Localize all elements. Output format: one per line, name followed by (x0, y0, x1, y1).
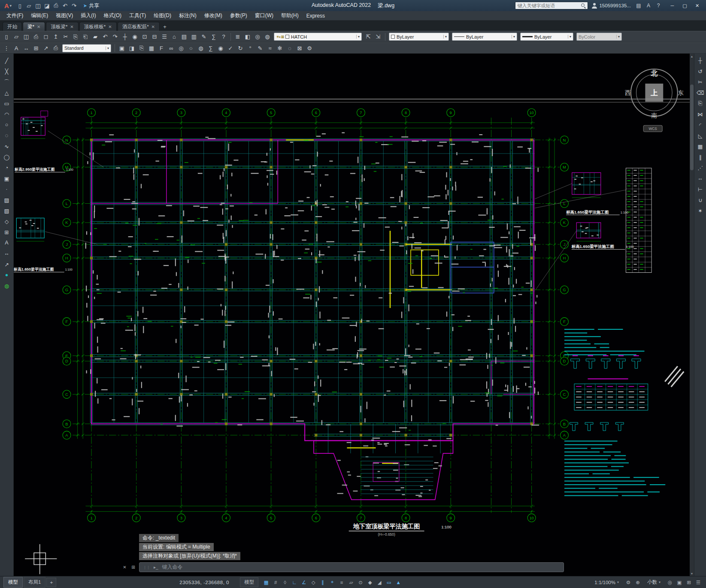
drag-handle[interactable]: ⋮⋮ (143, 565, 150, 570)
snap-icon[interactable]: # (271, 578, 280, 587)
join-icon[interactable]: ∪ (695, 195, 706, 205)
calculator-icon[interactable]: ∑ (209, 32, 218, 42)
line-icon[interactable]: ╱ (2, 56, 12, 65)
xref-icon[interactable]: ⎘ (137, 43, 146, 53)
menu-item-11[interactable]: 帮助(H) (277, 11, 303, 20)
polar-tracking-icon[interactable]: ∠ (300, 578, 308, 587)
menu-item-5[interactable]: 工具(T) (125, 11, 150, 20)
zoom-realtime-icon[interactable]: ◉ (130, 32, 139, 42)
menu-item-1[interactable]: 编辑(E) (27, 11, 52, 20)
menu-item-10[interactable]: 窗口(W) (251, 11, 277, 20)
linetype-combo[interactable]: ByLayer ▾ (452, 33, 517, 41)
cut-icon[interactable]: ✂ (61, 32, 70, 42)
workspace-gear-icon[interactable]: ⚙ (624, 578, 633, 587)
dock-grip-icon[interactable]: ⋮ (2, 43, 11, 53)
hyperlink-icon[interactable]: ∞ (167, 43, 176, 53)
fillet-icon[interactable]: ◜ (695, 120, 706, 130)
group-icon[interactable]: ◎ (176, 43, 186, 53)
undo-icon[interactable]: ↶ (100, 32, 110, 42)
menu-item-0[interactable]: 文件(F) (3, 11, 27, 20)
share-button[interactable]: ➤ 共享 (81, 2, 102, 9)
menu-item-7[interactable]: 标注(N) (175, 11, 200, 20)
selection-cycling-icon[interactable]: ⊙ (356, 578, 365, 587)
command-input-bar[interactable]: ⋮⋮ ▸_ 键入命令 (139, 562, 564, 572)
account-button[interactable]: 1505999135... (591, 3, 631, 9)
qat-open-icon[interactable]: ▱ (25, 2, 33, 10)
transparency-icon[interactable]: ▱ (347, 578, 355, 587)
app-logo-menu[interactable]: A ▾ (3, 2, 13, 9)
layer-freeze-icon[interactable]: ✻ (275, 43, 285, 53)
object-snap-tracking-icon[interactable]: ∥ (318, 578, 327, 587)
point-icon[interactable]: ∙ (2, 184, 12, 194)
new-icon[interactable]: ▯ (2, 32, 11, 42)
designcenter-icon[interactable]: ⌂ (170, 32, 179, 42)
units-icon[interactable]: ° (245, 43, 255, 53)
close-tab-icon[interactable]: ✕ (37, 24, 40, 29)
circle-icon[interactable]: ○ (2, 120, 12, 130)
field-icon[interactable]: F (157, 43, 166, 53)
file-tab-1[interactable]: 梁*✕ (23, 22, 45, 31)
customization-icon[interactable]: ☰ (694, 578, 703, 587)
qat-save-icon[interactable]: ◫ (34, 2, 42, 10)
scrollbar-thumb[interactable] (690, 84, 694, 170)
explode-icon[interactable]: ✶ (695, 206, 706, 215)
drawing-canvas[interactable]: 1122334455667788991010NNMMLLKKJJHHGGFFEE… (14, 54, 690, 576)
lineweight-icon[interactable]: ≡ (337, 578, 346, 587)
new-layout-button[interactable]: + (46, 578, 56, 587)
help-icon[interactable]: ? (654, 1, 663, 10)
ungroup-icon[interactable]: ○ (186, 43, 196, 53)
leader-icon[interactable]: ↗ (2, 259, 12, 269)
model-space-button[interactable]: 模型 (240, 577, 258, 587)
copy-icon[interactable]: ⎘ (695, 99, 706, 108)
donut-icon[interactable]: ● (2, 270, 12, 280)
close-tab-icon[interactable]: ✕ (70, 24, 73, 29)
move-icon[interactable]: ┼ (695, 56, 706, 65)
close-icon[interactable]: ✕ (121, 562, 128, 572)
publish-icon[interactable]: ↥ (51, 32, 61, 42)
ellipse-arc-icon[interactable]: ◔ (2, 163, 12, 172)
make-current-layer-icon[interactable]: ⇱ (364, 32, 373, 42)
search-input[interactable] (517, 3, 581, 8)
settings-icon[interactable]: ⚙ (305, 43, 314, 53)
hatch-icon[interactable]: ▨ (2, 195, 12, 205)
qat-redo-icon[interactable]: ↷ (70, 2, 78, 10)
construction-line-icon[interactable]: ╳ (2, 66, 12, 76)
scroll-down-icon[interactable]: ▼ (691, 571, 694, 576)
scale-icon[interactable]: ⋰ (695, 163, 706, 172)
menu-item-9[interactable]: 参数(P) (226, 11, 251, 20)
break-icon[interactable]: ⊢ (695, 184, 706, 194)
close-tab-icon[interactable]: ✕ (152, 24, 155, 29)
lineweight-combo[interactable]: ByLayer ▾ (520, 33, 573, 41)
paste-icon[interactable]: ⎗ (81, 32, 90, 42)
minimize-button[interactable]: ─ (666, 1, 679, 10)
maximize-button[interactable]: ▢ (679, 1, 691, 10)
qat-new-icon[interactable]: ▯ (16, 2, 24, 10)
stretch-icon[interactable]: ↔ (695, 174, 706, 183)
plot-style-combo[interactable]: ByColor ▾ (576, 33, 622, 41)
3d-osnap-icon[interactable]: ◆ (366, 578, 374, 587)
array-icon[interactable]: ▦ (695, 142, 706, 151)
insert-block-icon[interactable]: ▣ (117, 43, 127, 53)
ortho-icon[interactable]: ∟ (290, 578, 299, 587)
trim-icon[interactable]: ✂ (695, 77, 706, 87)
graphics-performance-icon[interactable]: ▣ (675, 578, 684, 587)
quickcalc-icon[interactable]: ∑ (206, 43, 215, 53)
revision-cloud-icon[interactable]: ◌ (2, 131, 12, 140)
find-icon[interactable]: ◉ (216, 43, 225, 53)
text-style-icon[interactable]: A (12, 43, 21, 53)
object-isolate-icon[interactable]: ◎ (666, 578, 674, 587)
spell-check-icon[interactable]: ✓ (226, 43, 235, 53)
isodraft-icon[interactable]: ◇ (309, 578, 318, 587)
menu-item-3[interactable]: 插入(I) (77, 11, 100, 20)
zoom-previous-icon[interactable]: ⊟ (150, 32, 159, 42)
arc-icon[interactable]: ◠ (2, 109, 12, 119)
menu-item-2[interactable]: 视图(V) (52, 11, 77, 20)
sheet-set-icon[interactable]: ▥ (189, 32, 199, 42)
tool-palettes-icon[interactable]: ▤ (179, 32, 189, 42)
rename-icon[interactable]: ✎ (255, 43, 265, 53)
ellipse-icon[interactable]: ◯ (2, 152, 12, 162)
color-combo[interactable]: ByLayer ▾ (389, 33, 449, 41)
open-icon[interactable]: ▱ (12, 32, 21, 42)
cart-icon[interactable]: ▤ (634, 1, 643, 10)
model-tab[interactable]: 模型 (3, 577, 23, 588)
